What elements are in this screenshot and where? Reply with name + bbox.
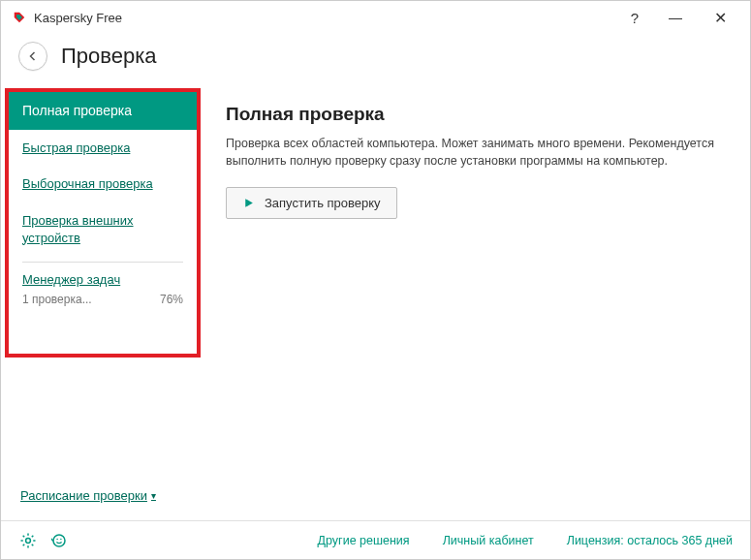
minimize-button[interactable]: — — [657, 10, 694, 25]
arrow-left-icon — [27, 50, 39, 62]
main-description: Проверка всех областей компьютера. Может… — [226, 135, 723, 170]
footer: Другие решения Личный кабинет Лицензия: … — [1, 520, 750, 559]
run-scan-button[interactable]: Запустить проверку — [226, 187, 397, 219]
close-button[interactable]: ✕ — [702, 9, 738, 27]
chevron-down-icon: ▾ — [151, 490, 156, 501]
app-window: Kaspersky Free ? — ✕ Проверка Полная про… — [0, 0, 751, 560]
app-logo-icon — [13, 11, 26, 24]
run-scan-label: Запустить проверку — [265, 196, 381, 210]
nav-external-scan[interactable]: Проверка внешних устройств — [9, 202, 197, 256]
footer-other-solutions[interactable]: Другие решения — [318, 534, 410, 547]
task-manager-status-row: 1 проверка... 76% — [22, 293, 183, 306]
schedule-link[interactable]: Расписание проверки ▾ — [1, 482, 204, 513]
body: Полная проверка Быстрая проверка Выбороч… — [1, 84, 750, 520]
nav-full-scan[interactable]: Полная проверка — [9, 92, 197, 130]
nav-quick-scan[interactable]: Быстрая проверка — [9, 130, 197, 167]
scan-type-panel: Полная проверка Быстрая проверка Выбороч… — [5, 88, 201, 358]
play-icon — [242, 197, 255, 209]
page-title: Проверка — [61, 44, 157, 69]
back-button[interactable] — [18, 42, 47, 71]
task-manager-link[interactable]: Менеджер задач — [22, 272, 183, 287]
nav-custom-scan[interactable]: Выборочная проверка — [9, 166, 197, 202]
svg-point-0 — [26, 538, 31, 543]
task-manager-percent: 76% — [160, 293, 183, 306]
sidebar-fill — [1, 358, 204, 482]
divider — [22, 262, 183, 263]
titlebar: Kaspersky Free ? — ✕ — [1, 1, 750, 34]
footer-account[interactable]: Личный кабинет — [443, 534, 534, 547]
main-panel: Полная проверка Проверка всех областей к… — [204, 84, 750, 520]
main-title: Полная проверка — [226, 104, 723, 125]
page-header: Проверка — [1, 34, 750, 84]
gear-icon — [19, 532, 37, 549]
svg-point-1 — [53, 535, 65, 546]
svg-point-2 — [56, 538, 58, 540]
settings-button[interactable] — [18, 531, 38, 550]
footer-license[interactable]: Лицензия: осталось 365 дней — [567, 534, 733, 547]
task-manager-status: 1 проверка... — [22, 293, 92, 306]
svg-point-3 — [60, 538, 62, 540]
app-title: Kaspersky Free — [34, 11, 122, 25]
support-button[interactable] — [49, 531, 69, 550]
help-button[interactable]: ? — [620, 10, 649, 26]
sidebar: Полная проверка Быстрая проверка Выбороч… — [1, 84, 204, 520]
support-icon — [50, 532, 68, 549]
schedule-label: Расписание проверки — [20, 488, 147, 503]
task-manager: Менеджер задач 1 проверка... 76% — [9, 266, 197, 308]
